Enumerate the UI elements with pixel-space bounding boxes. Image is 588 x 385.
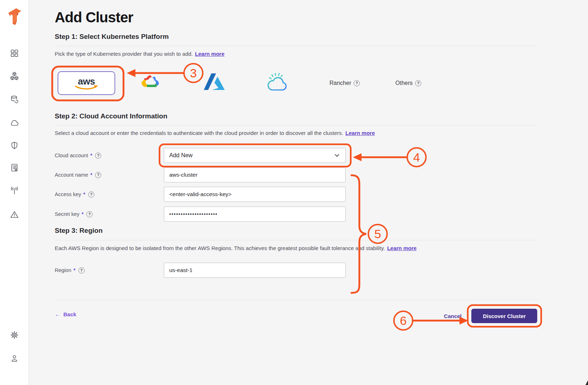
step1-learn-more-link[interactable]: Learn more xyxy=(195,51,225,57)
divider xyxy=(55,125,537,126)
antenna-icon xyxy=(10,186,19,196)
step2-description: Select a cloud account or enter the cred… xyxy=(55,130,375,136)
dashboard-icon xyxy=(10,49,19,58)
svg-text:aws: aws xyxy=(78,76,95,87)
provider-ibm-cloud[interactable] xyxy=(267,72,290,94)
secret-key-label: Secret key*? xyxy=(55,210,93,218)
provider-google-cloud[interactable] xyxy=(142,74,160,90)
shield-icon xyxy=(10,141,19,150)
clusters-icon xyxy=(10,72,19,81)
user-icon xyxy=(10,354,19,363)
cancel-button[interactable]: Cancel xyxy=(436,313,462,319)
provider-rancher[interactable]: Rancher ? xyxy=(329,80,360,86)
step3-learn-more-link[interactable]: Learn more xyxy=(387,245,417,251)
annotation-number-6: 6 xyxy=(400,314,407,327)
step1-heading: Step 1: Select Kubernetes Platform xyxy=(55,33,169,41)
sidebar-item-dashboard[interactable] xyxy=(10,49,19,58)
gear-icon xyxy=(10,330,19,340)
sidebar-item-settings[interactable] xyxy=(10,330,19,340)
discover-cluster-button[interactable]: Discover Cluster xyxy=(471,309,537,323)
step2-heading: Step 2: Cloud Account Information xyxy=(55,112,167,120)
divider xyxy=(55,46,537,46)
step2-learn-more-link[interactable]: Learn more xyxy=(345,130,375,136)
sidebar-item-security[interactable] xyxy=(10,141,19,150)
cloud-account-select[interactable]: Add New xyxy=(164,148,346,163)
screen-corner-artifact xyxy=(585,380,588,385)
rancher-help-icon[interactable]: ? xyxy=(354,80,360,86)
sidebar-item-alerts[interactable] xyxy=(10,210,19,219)
sidebar-item-activity[interactable] xyxy=(10,186,19,196)
access-key-label: Access key*? xyxy=(55,191,94,198)
page-title: Add Cluster xyxy=(55,9,133,26)
sidebar-item-reports[interactable] xyxy=(10,163,19,172)
annotation-circle-6 xyxy=(394,311,413,330)
annotation-circle-4 xyxy=(407,148,426,167)
account-name-help-icon[interactable]: ? xyxy=(95,172,101,178)
warning-triangle-icon xyxy=(10,210,19,219)
annotation-number-4: 4 xyxy=(413,150,420,164)
provider-rancher-label: Rancher xyxy=(329,80,351,86)
aws-logo: aws xyxy=(71,75,102,91)
report-gear-icon xyxy=(10,163,19,172)
cloud-account-selected-value: Add New xyxy=(169,152,193,159)
sidebar xyxy=(0,0,29,385)
azure-logo xyxy=(204,73,225,90)
access-key-help-icon[interactable]: ? xyxy=(88,191,94,198)
chevron-down-icon xyxy=(334,152,340,159)
annotation-circle-5 xyxy=(368,225,387,243)
cloud-account-help-icon[interactable]: ? xyxy=(95,153,101,159)
annotation-brace-5 xyxy=(351,175,366,293)
back-link[interactable]: ← Back xyxy=(55,311,76,317)
secret-key-help-icon[interactable]: ? xyxy=(86,211,93,217)
region-label: Region*? xyxy=(55,267,85,274)
annotation-number-3: 3 xyxy=(190,66,197,80)
region-help-icon[interactable]: ? xyxy=(78,267,85,273)
annotation-circle-3 xyxy=(184,64,203,82)
back-arrow-icon: ← xyxy=(55,311,60,317)
others-help-icon[interactable]: ? xyxy=(415,80,421,86)
provider-others[interactable]: Others ? xyxy=(395,80,421,86)
annotation-number-5: 5 xyxy=(374,227,381,241)
divider xyxy=(55,240,537,240)
sidebar-item-backups[interactable] xyxy=(10,95,19,104)
account-name-label: Account name*? xyxy=(55,171,101,178)
add-cluster-page: Add Cluster Step 1: Select Kubernetes Pl… xyxy=(0,0,588,385)
annotation-arrowhead-4 xyxy=(353,153,362,161)
provider-others-label: Others xyxy=(395,80,413,86)
database-restore-icon xyxy=(10,95,19,104)
ibm-cloud-logo xyxy=(267,72,290,92)
access-key-input[interactable] xyxy=(164,187,346,202)
sidebar-item-user[interactable] xyxy=(10,354,19,363)
portworx-logo-icon[interactable] xyxy=(6,6,22,27)
sidebar-item-cloud-accounts[interactable] xyxy=(10,118,19,128)
divider xyxy=(55,300,537,300)
secret-key-input[interactable] xyxy=(164,207,346,222)
region-input[interactable] xyxy=(164,263,346,278)
google-cloud-logo xyxy=(142,74,160,89)
sidebar-item-clusters[interactable] xyxy=(10,72,19,81)
cloud-icon xyxy=(10,118,19,128)
cloud-account-label: Cloud account*? xyxy=(55,152,101,159)
step3-heading: Step 3: Region xyxy=(55,227,103,235)
provider-aws-tile[interactable]: aws xyxy=(58,71,115,95)
provider-azure[interactable] xyxy=(204,73,225,92)
step1-description: Pick the type of Kubernetes provider tha… xyxy=(55,51,224,57)
step3-description: Each AWS Region is designed to be isolat… xyxy=(55,245,417,251)
annotation-arrowhead-3 xyxy=(127,69,135,77)
account-name-input[interactable] xyxy=(164,167,346,182)
